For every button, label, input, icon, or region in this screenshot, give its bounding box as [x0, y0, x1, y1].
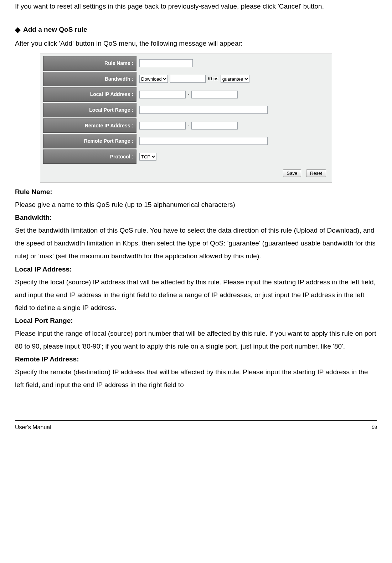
dash-icon: -	[188, 90, 189, 99]
row-bandwidth: Bandwidth : Download Kbps guarantee	[43, 72, 329, 86]
section-header: ◆ Add a new QoS rule	[15, 23, 377, 36]
label-remote-port: Remote Port Range :	[43, 134, 136, 148]
local-ip-start-input[interactable]	[139, 91, 186, 98]
label-protocol: Protocol :	[43, 149, 136, 164]
row-local-port: Local Port Range :	[43, 103, 329, 117]
remote-ip-end-input[interactable]	[191, 122, 238, 130]
bandwidth-unit: Kbps	[208, 75, 218, 83]
bandwidth-direction-select[interactable]: Download	[139, 75, 168, 83]
save-button[interactable]: Save	[283, 169, 301, 177]
desc-local-ip: Specify the local (source) IP address th…	[15, 276, 377, 314]
desc-remote-ip: Specify the remote (destination) IP addr…	[15, 366, 377, 391]
desc-local-port: Please input the range of local (source)…	[15, 327, 377, 353]
row-protocol: Protocol : TCP	[43, 149, 329, 164]
page-footer: User's Manual 58	[15, 420, 377, 433]
term-local-ip: Local IP Address:	[15, 263, 377, 276]
remote-port-input[interactable]	[139, 137, 268, 145]
term-rule-name: Rule Name:	[15, 186, 377, 198]
footer-label: User's Manual	[15, 422, 51, 433]
label-local-port: Local Port Range :	[43, 103, 136, 117]
label-rule-name: Rule Name :	[43, 56, 136, 71]
section-intro: After you click 'Add' button in QoS menu…	[15, 37, 377, 50]
bandwidth-type-select[interactable]: guarantee	[221, 75, 249, 83]
protocol-select[interactable]: TCP	[139, 153, 156, 161]
remote-ip-start-input[interactable]	[139, 122, 186, 130]
row-remote-ip: Remote IP Address : -	[43, 118, 329, 133]
section-title: Add a new QoS rule	[23, 23, 87, 36]
label-remote-ip: Remote IP Address :	[43, 118, 136, 133]
dash-icon: -	[188, 121, 189, 130]
row-remote-port: Remote Port Range :	[43, 134, 329, 148]
rule-name-input[interactable]	[139, 59, 193, 67]
local-port-input[interactable]	[139, 106, 268, 114]
desc-bandwidth: Set the bandwidth limitation of this QoS…	[15, 224, 377, 263]
diamond-icon: ◆	[15, 23, 20, 36]
term-remote-ip: Remote IP Address:	[15, 353, 377, 366]
term-bandwidth: Bandwidth:	[15, 211, 377, 224]
term-local-port: Local Port Range:	[15, 314, 377, 327]
label-bandwidth: Bandwidth :	[43, 72, 136, 86]
reset-button[interactable]: Reset	[306, 169, 326, 177]
label-local-ip: Local IP Address :	[43, 87, 136, 102]
row-rule-name: Rule Name :	[43, 56, 329, 71]
row-local-ip: Local IP Address : -	[43, 87, 329, 102]
bandwidth-value-input[interactable]	[170, 75, 206, 83]
qos-form-screenshot: Rule Name : Bandwidth : Download Kbps gu…	[40, 54, 332, 183]
page-number: 58	[372, 423, 377, 432]
desc-rule-name: Please give a name to this QoS rule (up …	[15, 198, 377, 211]
local-ip-end-input[interactable]	[191, 91, 238, 98]
intro-text: If you want to reset all settings in thi…	[15, 0, 377, 13]
button-row: Save Reset	[43, 165, 329, 178]
